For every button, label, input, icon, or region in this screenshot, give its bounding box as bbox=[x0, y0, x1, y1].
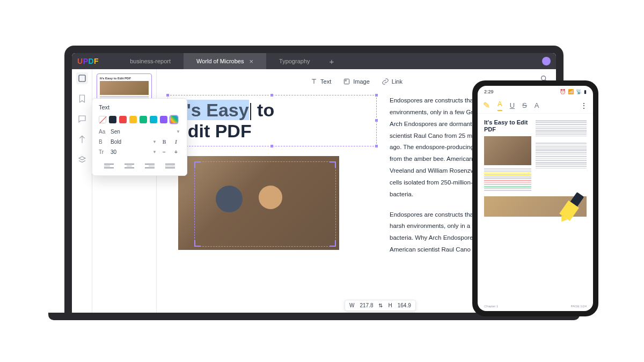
color-cyan[interactable] bbox=[150, 116, 157, 123]
image-crop-frame[interactable] bbox=[194, 161, 336, 247]
phone-image bbox=[484, 136, 531, 165]
phone-frame: 2:29 ⏰📶📡▮ ✎ A U S A ⋮ It's Easy to Edit … bbox=[472, 80, 598, 316]
close-tab-icon[interactable]: × bbox=[249, 57, 253, 65]
phone-annotation-toolbar: ✎ A U S A ⋮ bbox=[478, 98, 593, 114]
phone-document[interactable]: It's Easy to Edit PDF bbox=[478, 114, 593, 301]
comment-icon[interactable] bbox=[76, 113, 88, 125]
font-size-row: Tr 30 ▼ − + bbox=[99, 149, 180, 155]
svg-rect-1 bbox=[345, 79, 349, 84]
tab-bar: business-report World of Microbes× Typog… bbox=[117, 53, 340, 69]
align-justify-button[interactable] bbox=[165, 162, 175, 170]
highlight-tool[interactable]: A bbox=[497, 100, 502, 111]
chevron-down-icon[interactable]: ▼ bbox=[152, 150, 157, 154]
phone-screen: 2:29 ⏰📶📡▮ ✎ A U S A ⋮ It's Easy to Edit … bbox=[478, 86, 593, 311]
tab-world-of-microbes[interactable]: World of Microbes× bbox=[184, 53, 266, 69]
layers-icon[interactable] bbox=[76, 154, 88, 166]
font-size-input[interactable]: 30 bbox=[111, 149, 149, 155]
left-rail bbox=[72, 69, 92, 319]
highlighted-text-red bbox=[484, 180, 531, 181]
phone-statusbar: 2:29 ⏰📶📡▮ bbox=[478, 86, 593, 98]
height-label: H bbox=[388, 302, 392, 308]
document-image[interactable] bbox=[178, 156, 339, 250]
svg-point-2 bbox=[345, 80, 346, 81]
chapter-label: Chapter 1 bbox=[484, 305, 498, 308]
user-avatar[interactable] bbox=[542, 57, 551, 65]
color-custom[interactable] bbox=[170, 116, 178, 123]
align-center-button[interactable] bbox=[125, 162, 134, 170]
phone-doc-title: It's Easy to Edit PDF bbox=[484, 119, 531, 133]
highlighted-text-yellow bbox=[484, 173, 531, 174]
more-icon[interactable]: ⋮ bbox=[580, 101, 588, 110]
battery-icon: ▮ bbox=[584, 89, 587, 94]
highlighted-text-red bbox=[484, 182, 531, 183]
color-red[interactable] bbox=[119, 116, 127, 123]
text-edit-box[interactable]: It's Easy toEdit PDF bbox=[167, 95, 377, 146]
color-green[interactable] bbox=[140, 116, 147, 123]
attachment-icon[interactable] bbox=[76, 134, 88, 145]
image-dimensions: W 217.8 ⇅ H 164.9 bbox=[345, 300, 416, 311]
color-yellow[interactable] bbox=[129, 116, 137, 123]
height-value[interactable]: 164.9 bbox=[398, 302, 411, 308]
signal-icon: 📡 bbox=[576, 89, 582, 94]
squiggly-tool[interactable]: A bbox=[535, 101, 539, 109]
text-format-panel: Text Aa Sen ▼ B B bbox=[92, 98, 187, 176]
italic-button[interactable]: I bbox=[172, 139, 180, 145]
text-cursor bbox=[250, 103, 251, 120]
phone-footer: Chapter 1 PAGE 1/24 bbox=[478, 301, 593, 311]
document-title[interactable]: It's Easy toEdit PDF bbox=[175, 100, 369, 142]
status-icons: ⏰📶📡▮ bbox=[560, 89, 587, 94]
link-tool-button[interactable]: Link bbox=[382, 78, 402, 85]
panel-title: Text bbox=[99, 104, 180, 110]
svg-point-3 bbox=[541, 76, 546, 80]
add-tab-button[interactable]: + bbox=[323, 53, 341, 69]
font-weight-row: B Bold ▼ B I bbox=[99, 139, 180, 145]
width-label: W bbox=[349, 302, 354, 308]
strikethrough-tool[interactable]: S bbox=[522, 101, 527, 109]
text-tool-button[interactable]: Text bbox=[310, 78, 331, 85]
font-weight-select[interactable]: Bold bbox=[111, 139, 149, 145]
increase-size-button[interactable]: + bbox=[172, 149, 180, 155]
bookmark-icon[interactable] bbox=[76, 93, 88, 105]
decrease-size-button[interactable]: − bbox=[160, 149, 169, 155]
highlighted-text-green bbox=[484, 186, 531, 187]
image-tool-button[interactable]: Image bbox=[343, 78, 370, 85]
width-value[interactable]: 217.8 bbox=[360, 302, 373, 308]
svg-rect-0 bbox=[79, 75, 85, 82]
color-swatch-row bbox=[99, 116, 180, 123]
thumbnails-icon[interactable] bbox=[76, 72, 88, 84]
bold-button[interactable]: B bbox=[160, 139, 169, 145]
alignment-row bbox=[99, 159, 180, 170]
chevron-down-icon[interactable]: ▼ bbox=[152, 139, 157, 144]
font-family-select[interactable]: Sen bbox=[111, 129, 173, 135]
tab-business-report[interactable]: business-report bbox=[117, 53, 184, 69]
chevron-down-icon[interactable]: ▼ bbox=[176, 129, 180, 134]
page-indicator: PAGE 1/24 bbox=[570, 305, 587, 308]
color-purple[interactable] bbox=[160, 116, 167, 123]
color-black[interactable] bbox=[109, 116, 116, 123]
phone-time: 2:29 bbox=[484, 89, 494, 94]
highlighted-text-yellow bbox=[484, 174, 531, 175]
underline-tool[interactable]: U bbox=[510, 101, 515, 109]
align-right-button[interactable] bbox=[145, 162, 155, 170]
tab-typography[interactable]: Typography bbox=[266, 53, 323, 69]
app-logo: UPDF bbox=[77, 57, 99, 65]
pen-tool-icon[interactable]: ✎ bbox=[483, 100, 490, 110]
titlebar: UPDF business-report World of Microbes× … bbox=[72, 53, 556, 69]
align-left-button[interactable] bbox=[104, 162, 114, 170]
font-family-row: Aa Sen ▼ bbox=[99, 129, 180, 135]
link-dims-icon[interactable]: ⇅ bbox=[378, 302, 383, 308]
highlighter-pen-icon bbox=[552, 188, 590, 228]
wifi-icon: 📶 bbox=[568, 89, 574, 94]
color-none[interactable] bbox=[99, 116, 106, 123]
alarm-icon: ⏰ bbox=[560, 89, 566, 94]
